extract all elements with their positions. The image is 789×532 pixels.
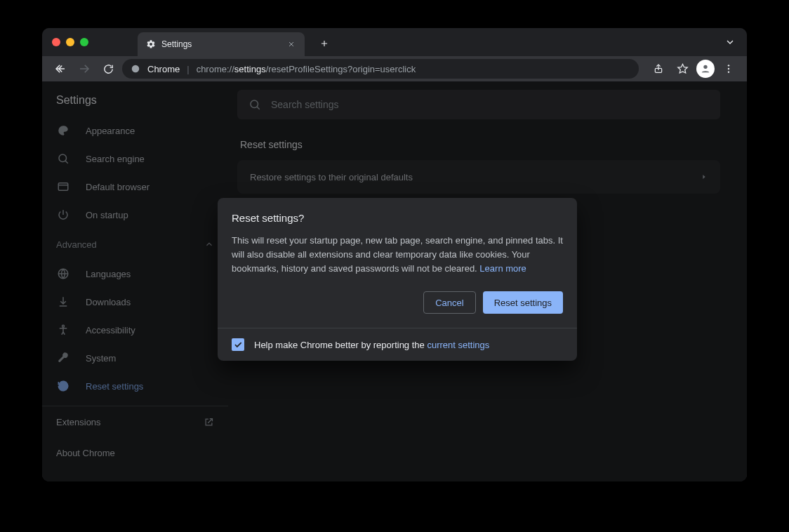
close-window-button[interactable] bbox=[52, 38, 60, 46]
report-label: Help make Chrome better by reporting the… bbox=[254, 340, 489, 350]
toolbar-right bbox=[649, 59, 738, 79]
reset-settings-button[interactable]: Reset settings bbox=[483, 291, 563, 314]
dialog-footer: Help make Chrome better by reporting the… bbox=[218, 328, 577, 361]
svg-point-5 bbox=[728, 71, 729, 72]
svg-point-4 bbox=[728, 68, 729, 69]
address-bar[interactable]: Chrome | chrome://settings/resetProfileS… bbox=[122, 59, 639, 79]
tabs-dropdown-button[interactable] bbox=[724, 36, 736, 48]
report-checkbox[interactable] bbox=[232, 338, 244, 351]
forward-button[interactable] bbox=[74, 59, 94, 79]
tab-title: Settings bbox=[161, 39, 281, 49]
cancel-button[interactable]: Cancel bbox=[423, 291, 475, 314]
maximize-window-button[interactable] bbox=[80, 38, 88, 46]
menu-button[interactable] bbox=[719, 59, 738, 79]
share-icon[interactable] bbox=[649, 59, 668, 79]
omnibox-app: Chrome bbox=[147, 64, 180, 74]
window-controls bbox=[52, 38, 88, 46]
omnibox-separator: | bbox=[187, 64, 189, 74]
new-tab-button[interactable] bbox=[314, 34, 334, 53]
tab-settings[interactable]: Settings bbox=[138, 32, 305, 56]
svg-point-3 bbox=[728, 65, 729, 66]
current-settings-link[interactable]: current settings bbox=[427, 340, 489, 350]
profile-avatar[interactable] bbox=[696, 60, 715, 78]
omnibox-url: chrome://settings/resetProfileSettings?o… bbox=[197, 64, 416, 74]
dialog-body: This will reset your startup page, new t… bbox=[232, 234, 563, 276]
svg-point-2 bbox=[703, 65, 707, 69]
minimize-window-button[interactable] bbox=[66, 38, 74, 46]
back-button[interactable] bbox=[51, 59, 70, 79]
reload-button[interactable] bbox=[98, 59, 118, 79]
chrome-icon bbox=[131, 64, 140, 74]
browser-window: Settings Chrome | chrome://settings/rese… bbox=[42, 28, 747, 481]
tabstrip: Settings bbox=[42, 28, 747, 56]
gear-icon bbox=[146, 39, 156, 49]
svg-point-0 bbox=[132, 65, 140, 73]
reset-settings-dialog: Reset settings? This will reset your sta… bbox=[218, 198, 577, 361]
bookmark-icon[interactable] bbox=[672, 59, 692, 79]
content-area: Settings Appearance Search engine Defaul… bbox=[42, 81, 747, 481]
toolbar: Chrome | chrome://settings/resetProfileS… bbox=[42, 56, 747, 81]
dialog-title: Reset settings? bbox=[232, 212, 563, 224]
learn-more-link[interactable]: Learn more bbox=[479, 263, 526, 274]
close-tab-button[interactable] bbox=[286, 39, 296, 49]
